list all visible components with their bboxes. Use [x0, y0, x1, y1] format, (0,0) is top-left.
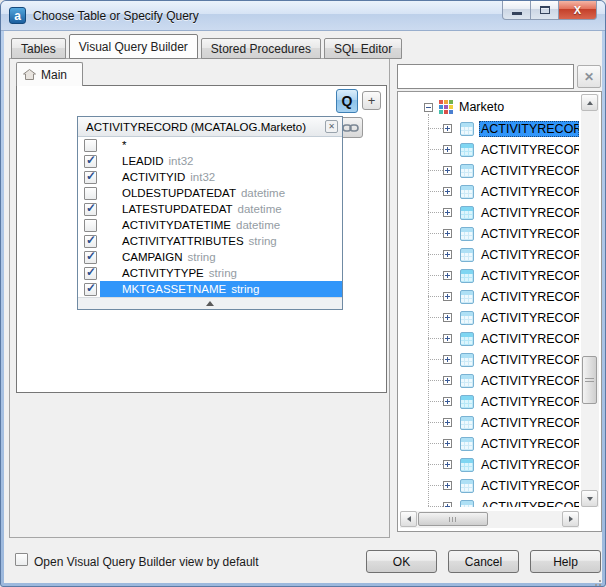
collapse-expander-icon[interactable]	[424, 103, 433, 112]
tab-label: Stored Procedures	[211, 42, 311, 56]
field-type: string	[209, 267, 237, 279]
table-icon	[460, 353, 474, 367]
tree-item-label: ACTIVITYRECORD_	[479, 331, 579, 347]
field-checkbox[interactable]	[84, 155, 97, 168]
expand-plus-icon[interactable]	[443, 418, 452, 427]
field-list-collapse-bar[interactable]	[78, 297, 342, 309]
field-checkbox[interactable]	[84, 235, 97, 248]
field-row[interactable]: ACTIVITYDATETIME datetime	[78, 217, 342, 233]
scroll-down-button[interactable]	[581, 490, 598, 507]
tab[interactable]: SQL Editor	[324, 38, 402, 59]
expand-plus-icon[interactable]	[443, 250, 452, 259]
tree-item[interactable]: ACTIVITYRECORD_	[443, 265, 579, 286]
tree-item[interactable]: ACTIVITYRECORD_	[443, 391, 579, 412]
expand-plus-icon[interactable]	[443, 271, 452, 280]
help-button[interactable]: Help	[530, 550, 601, 573]
table-card-close-icon[interactable]: ✕	[325, 120, 338, 133]
tree-item[interactable]: ACTIVITYRECORD_	[443, 139, 579, 160]
field-row[interactable]: LEADID int32	[78, 153, 342, 169]
query-mode-button[interactable]: Q	[336, 89, 358, 113]
expand-plus-icon[interactable]	[443, 481, 452, 490]
resize-grip-icon[interactable]	[599, 580, 601, 582]
expand-plus-icon[interactable]	[443, 502, 452, 507]
schema-search-input[interactable]	[397, 64, 574, 89]
tree-item[interactable]: ACTIVITYRECORD_	[443, 475, 579, 496]
close-button[interactable]: X	[559, 1, 597, 20]
tree-horizontal-scrollbar[interactable]	[400, 511, 579, 528]
expand-plus-icon[interactable]	[443, 397, 452, 406]
expand-plus-icon[interactable]	[443, 292, 452, 301]
tree-vertical-scrollbar[interactable]	[581, 94, 599, 507]
expand-plus-icon[interactable]	[443, 208, 452, 217]
tree-connector-line	[428, 114, 429, 506]
expand-plus-icon[interactable]	[443, 166, 452, 175]
add-table-button[interactable]: +	[362, 91, 381, 110]
tree-item[interactable]: ACTIVITYRECORD_	[443, 349, 579, 370]
field-row[interactable]: ACTIVITYATTRIBUTES string	[78, 233, 342, 249]
field-row[interactable]: OLDESTUPDATEDAT datetime	[78, 185, 342, 201]
tree-item[interactable]: ACTIVITYRECORD	[443, 496, 579, 507]
tab[interactable]: Visual Query Builder	[69, 34, 198, 59]
diagram-canvas[interactable]: Q + ACTIVITYRECORD (MCATALOG.Marketo) ✕	[16, 85, 387, 393]
tree-item[interactable]: ACTIVITYRECORD_	[443, 370, 579, 391]
expand-plus-icon[interactable]	[443, 313, 452, 322]
tree-item[interactable]: ACTIVITYRECORD_	[443, 181, 579, 202]
minimize-button[interactable]	[502, 1, 531, 20]
field-row[interactable]: LATESTUPDATEDAT datetime	[78, 201, 342, 217]
tree-item[interactable]: ACTIVITYRECORD_	[443, 223, 579, 244]
field-checkbox[interactable]	[84, 219, 97, 232]
cancel-button[interactable]: Cancel	[448, 550, 519, 573]
table-card-header[interactable]: ACTIVITYRECORD (MCATALOG.Marketo) ✕	[78, 117, 342, 137]
scroll-left-button[interactable]	[400, 511, 417, 527]
tree-item[interactable]: ACTIVITYRECORD	[443, 118, 579, 139]
expand-plus-icon[interactable]	[443, 187, 452, 196]
expand-plus-icon[interactable]	[443, 355, 452, 364]
tree-item[interactable]: ACTIVITYRECORD_	[443, 307, 579, 328]
tree-item[interactable]: ACTIVITYRECORD_	[443, 454, 579, 475]
tree-item[interactable]: ACTIVITYRECORD_	[443, 286, 579, 307]
maximize-button[interactable]	[531, 1, 559, 20]
ok-button[interactable]: OK	[366, 550, 437, 573]
open-by-default-checkbox[interactable]	[15, 553, 28, 566]
tree-item[interactable]: ACTIVITYRECORD_	[443, 202, 579, 223]
field-checkbox[interactable]	[84, 283, 97, 296]
field-type: string	[231, 283, 259, 295]
schema-tree[interactable]: Marketo ACTIVITYRECORD ACTIVITYRECORD_	[397, 91, 602, 532]
expand-plus-icon[interactable]	[443, 334, 452, 343]
field-row[interactable]: ACTIVITYID int32	[78, 169, 342, 185]
expand-plus-icon[interactable]	[443, 439, 452, 448]
expand-plus-icon[interactable]	[443, 145, 452, 154]
tab-main[interactable]: Main	[16, 62, 83, 86]
search-clear-button[interactable]: ✕	[577, 65, 601, 88]
expand-plus-icon[interactable]	[443, 229, 452, 238]
field-type: int32	[190, 171, 215, 183]
expand-plus-icon[interactable]	[443, 460, 452, 469]
tree-item[interactable]: ACTIVITYRECORD_	[443, 244, 579, 265]
field-row[interactable]: *	[78, 137, 342, 153]
field-checkbox[interactable]	[84, 203, 97, 216]
field-row[interactable]: ACTIVITYTYPE string	[78, 265, 342, 281]
tab[interactable]: Stored Procedures	[201, 38, 321, 59]
expand-plus-icon[interactable]	[443, 376, 452, 385]
scroll-right-button[interactable]	[562, 511, 579, 527]
tree-item[interactable]: ACTIVITYRECORD_	[443, 328, 579, 349]
field-row[interactable]: CAMPAIGN string	[78, 249, 342, 265]
expand-plus-icon[interactable]	[443, 124, 452, 133]
tree-vscroll-thumb[interactable]	[582, 356, 597, 404]
field-checkbox[interactable]	[84, 267, 97, 280]
tree-item-label: ACTIVITYRECORD_	[479, 163, 579, 179]
field-checkbox[interactable]	[84, 251, 97, 264]
tree-item[interactable]: ACTIVITYRECORD_	[443, 433, 579, 454]
tree-item[interactable]: ACTIVITYRECORD_	[443, 412, 579, 433]
tree-item[interactable]: ACTIVITYRECORD_	[443, 160, 579, 181]
field-row[interactable]: MKTGASSETNAME string	[78, 281, 342, 297]
tree-root-node[interactable]: Marketo	[398, 96, 579, 118]
tab[interactable]: Tables	[11, 38, 66, 59]
scroll-up-button[interactable]	[581, 94, 598, 111]
field-checkbox[interactable]	[84, 187, 97, 200]
tree-hscroll-thumb[interactable]	[418, 512, 488, 526]
field-checkbox[interactable]	[84, 139, 97, 152]
table-card[interactable]: ACTIVITYRECORD (MCATALOG.Marketo) ✕ *	[77, 116, 343, 310]
arrow-left-icon	[407, 516, 411, 522]
field-checkbox[interactable]	[84, 171, 97, 184]
